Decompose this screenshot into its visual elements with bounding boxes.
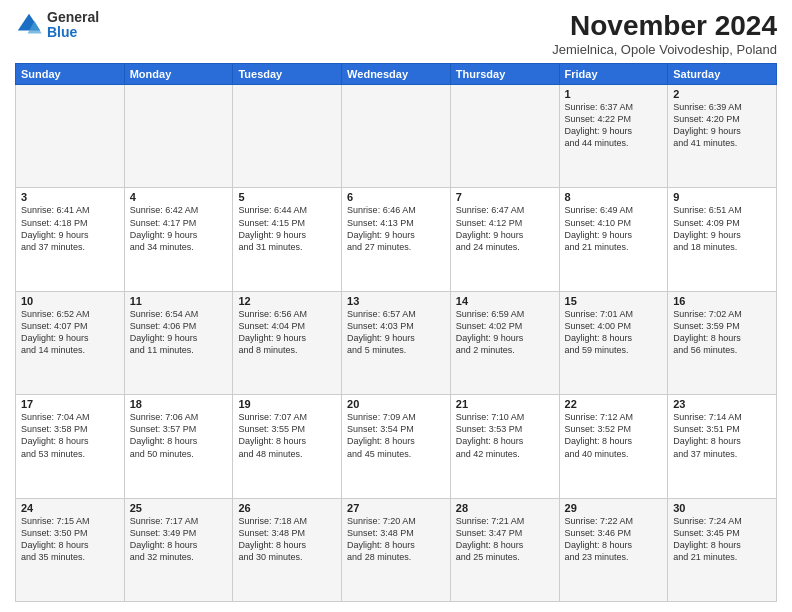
calendar-cell: 20Sunrise: 7:09 AM Sunset: 3:54 PM Dayli…: [342, 395, 451, 498]
header-tuesday: Tuesday: [233, 64, 342, 85]
logo-text: General Blue: [47, 10, 99, 41]
title-block: November 2024 Jemielnica, Opole Voivodes…: [552, 10, 777, 57]
calendar-cell: 2Sunrise: 6:39 AM Sunset: 4:20 PM Daylig…: [668, 85, 777, 188]
day-info: Sunrise: 7:15 AM Sunset: 3:50 PM Dayligh…: [21, 515, 119, 564]
day-info: Sunrise: 6:37 AM Sunset: 4:22 PM Dayligh…: [565, 101, 663, 150]
header-saturday: Saturday: [668, 64, 777, 85]
day-number: 8: [565, 191, 663, 203]
calendar-cell: 24Sunrise: 7:15 AM Sunset: 3:50 PM Dayli…: [16, 498, 125, 601]
calendar-cell: 5Sunrise: 6:44 AM Sunset: 4:15 PM Daylig…: [233, 188, 342, 291]
day-info: Sunrise: 7:20 AM Sunset: 3:48 PM Dayligh…: [347, 515, 445, 564]
calendar-cell: 30Sunrise: 7:24 AM Sunset: 3:45 PM Dayli…: [668, 498, 777, 601]
day-info: Sunrise: 6:41 AM Sunset: 4:18 PM Dayligh…: [21, 204, 119, 253]
day-info: Sunrise: 6:51 AM Sunset: 4:09 PM Dayligh…: [673, 204, 771, 253]
calendar-cell: 6Sunrise: 6:46 AM Sunset: 4:13 PM Daylig…: [342, 188, 451, 291]
day-number: 1: [565, 88, 663, 100]
day-info: Sunrise: 6:57 AM Sunset: 4:03 PM Dayligh…: [347, 308, 445, 357]
header-friday: Friday: [559, 64, 668, 85]
day-number: 17: [21, 398, 119, 410]
calendar-cell: 14Sunrise: 6:59 AM Sunset: 4:02 PM Dayli…: [450, 291, 559, 394]
day-info: Sunrise: 7:24 AM Sunset: 3:45 PM Dayligh…: [673, 515, 771, 564]
day-info: Sunrise: 7:17 AM Sunset: 3:49 PM Dayligh…: [130, 515, 228, 564]
day-info: Sunrise: 7:18 AM Sunset: 3:48 PM Dayligh…: [238, 515, 336, 564]
calendar-cell: 8Sunrise: 6:49 AM Sunset: 4:10 PM Daylig…: [559, 188, 668, 291]
calendar-cell: 3Sunrise: 6:41 AM Sunset: 4:18 PM Daylig…: [16, 188, 125, 291]
calendar-row-0: 1Sunrise: 6:37 AM Sunset: 4:22 PM Daylig…: [16, 85, 777, 188]
calendar-cell: [450, 85, 559, 188]
calendar-cell: 16Sunrise: 7:02 AM Sunset: 3:59 PM Dayli…: [668, 291, 777, 394]
calendar-cell: [16, 85, 125, 188]
day-number: 28: [456, 502, 554, 514]
logo: General Blue: [15, 10, 99, 41]
logo-blue-text: Blue: [47, 25, 99, 40]
calendar-cell: 7Sunrise: 6:47 AM Sunset: 4:12 PM Daylig…: [450, 188, 559, 291]
calendar-cell: 18Sunrise: 7:06 AM Sunset: 3:57 PM Dayli…: [124, 395, 233, 498]
day-number: 30: [673, 502, 771, 514]
calendar-row-4: 24Sunrise: 7:15 AM Sunset: 3:50 PM Dayli…: [16, 498, 777, 601]
day-info: Sunrise: 7:01 AM Sunset: 4:00 PM Dayligh…: [565, 308, 663, 357]
day-info: Sunrise: 7:14 AM Sunset: 3:51 PM Dayligh…: [673, 411, 771, 460]
calendar-table: Sunday Monday Tuesday Wednesday Thursday…: [15, 63, 777, 602]
day-number: 29: [565, 502, 663, 514]
header-monday: Monday: [124, 64, 233, 85]
day-info: Sunrise: 7:04 AM Sunset: 3:58 PM Dayligh…: [21, 411, 119, 460]
day-number: 27: [347, 502, 445, 514]
day-info: Sunrise: 6:39 AM Sunset: 4:20 PM Dayligh…: [673, 101, 771, 150]
calendar-cell: 11Sunrise: 6:54 AM Sunset: 4:06 PM Dayli…: [124, 291, 233, 394]
calendar-cell: [124, 85, 233, 188]
day-number: 13: [347, 295, 445, 307]
logo-general-text: General: [47, 10, 99, 25]
calendar-cell: 28Sunrise: 7:21 AM Sunset: 3:47 PM Dayli…: [450, 498, 559, 601]
calendar-row-3: 17Sunrise: 7:04 AM Sunset: 3:58 PM Dayli…: [16, 395, 777, 498]
calendar-cell: 12Sunrise: 6:56 AM Sunset: 4:04 PM Dayli…: [233, 291, 342, 394]
day-number: 7: [456, 191, 554, 203]
day-info: Sunrise: 6:42 AM Sunset: 4:17 PM Dayligh…: [130, 204, 228, 253]
day-number: 12: [238, 295, 336, 307]
day-number: 3: [21, 191, 119, 203]
day-info: Sunrise: 6:49 AM Sunset: 4:10 PM Dayligh…: [565, 204, 663, 253]
header: General Blue November 2024 Jemielnica, O…: [15, 10, 777, 57]
day-info: Sunrise: 6:47 AM Sunset: 4:12 PM Dayligh…: [456, 204, 554, 253]
calendar-cell: 4Sunrise: 6:42 AM Sunset: 4:17 PM Daylig…: [124, 188, 233, 291]
calendar-cell: 27Sunrise: 7:20 AM Sunset: 3:48 PM Dayli…: [342, 498, 451, 601]
calendar-cell: 17Sunrise: 7:04 AM Sunset: 3:58 PM Dayli…: [16, 395, 125, 498]
day-number: 14: [456, 295, 554, 307]
day-info: Sunrise: 6:52 AM Sunset: 4:07 PM Dayligh…: [21, 308, 119, 357]
day-info: Sunrise: 7:07 AM Sunset: 3:55 PM Dayligh…: [238, 411, 336, 460]
header-thursday: Thursday: [450, 64, 559, 85]
day-info: Sunrise: 6:54 AM Sunset: 4:06 PM Dayligh…: [130, 308, 228, 357]
day-number: 23: [673, 398, 771, 410]
day-info: Sunrise: 7:22 AM Sunset: 3:46 PM Dayligh…: [565, 515, 663, 564]
day-info: Sunrise: 6:44 AM Sunset: 4:15 PM Dayligh…: [238, 204, 336, 253]
calendar-title: November 2024: [552, 10, 777, 42]
day-info: Sunrise: 6:46 AM Sunset: 4:13 PM Dayligh…: [347, 204, 445, 253]
day-info: Sunrise: 7:02 AM Sunset: 3:59 PM Dayligh…: [673, 308, 771, 357]
day-number: 4: [130, 191, 228, 203]
calendar-cell: 25Sunrise: 7:17 AM Sunset: 3:49 PM Dayli…: [124, 498, 233, 601]
calendar-cell: 10Sunrise: 6:52 AM Sunset: 4:07 PM Dayli…: [16, 291, 125, 394]
calendar-cell: 13Sunrise: 6:57 AM Sunset: 4:03 PM Dayli…: [342, 291, 451, 394]
calendar-cell: 23Sunrise: 7:14 AM Sunset: 3:51 PM Dayli…: [668, 395, 777, 498]
calendar-cell: 22Sunrise: 7:12 AM Sunset: 3:52 PM Dayli…: [559, 395, 668, 498]
day-number: 20: [347, 398, 445, 410]
day-number: 22: [565, 398, 663, 410]
day-number: 6: [347, 191, 445, 203]
day-number: 19: [238, 398, 336, 410]
day-number: 11: [130, 295, 228, 307]
day-number: 21: [456, 398, 554, 410]
day-number: 18: [130, 398, 228, 410]
day-number: 24: [21, 502, 119, 514]
day-number: 10: [21, 295, 119, 307]
day-number: 15: [565, 295, 663, 307]
calendar-cell: 15Sunrise: 7:01 AM Sunset: 4:00 PM Dayli…: [559, 291, 668, 394]
calendar-cell: [342, 85, 451, 188]
header-wednesday: Wednesday: [342, 64, 451, 85]
day-info: Sunrise: 7:09 AM Sunset: 3:54 PM Dayligh…: [347, 411, 445, 460]
calendar-subtitle: Jemielnica, Opole Voivodeship, Poland: [552, 42, 777, 57]
calendar-cell: 19Sunrise: 7:07 AM Sunset: 3:55 PM Dayli…: [233, 395, 342, 498]
header-sunday: Sunday: [16, 64, 125, 85]
day-number: 5: [238, 191, 336, 203]
day-info: Sunrise: 7:21 AM Sunset: 3:47 PM Dayligh…: [456, 515, 554, 564]
day-number: 2: [673, 88, 771, 100]
calendar-cell: 9Sunrise: 6:51 AM Sunset: 4:09 PM Daylig…: [668, 188, 777, 291]
